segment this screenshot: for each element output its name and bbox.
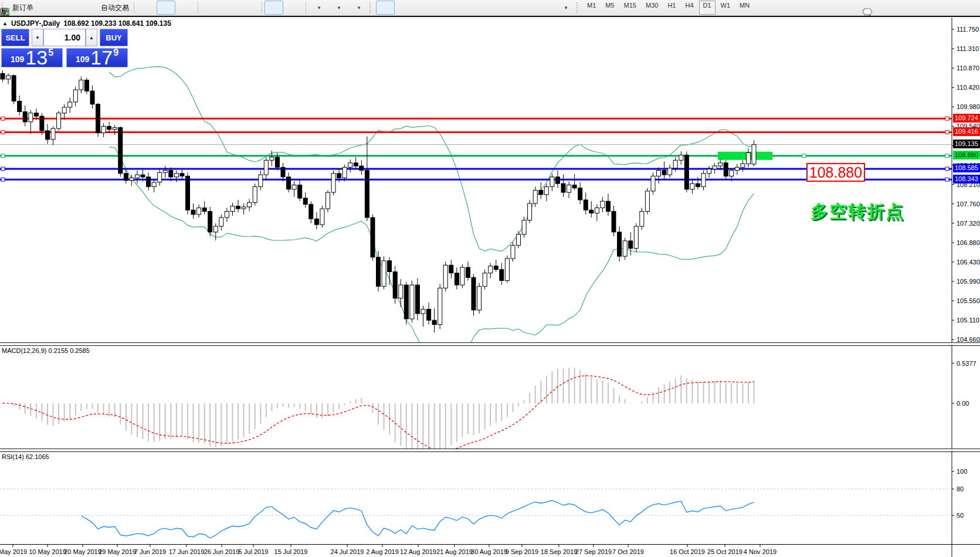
chevron-down-icon: ▼ <box>564 5 568 11</box>
timeframe-m5-button[interactable]: M5 <box>601 1 618 15</box>
chart-annotation-text[interactable]: 多空转折点 <box>811 200 904 224</box>
toolbar-right-icons <box>862 0 867 15</box>
date-tick-label: 26 Jun 2019 <box>204 548 240 555</box>
macd-indicator-label: MACD(12,26,9) 0.2155 0.2585 <box>2 347 90 354</box>
main-toolbar: 新订单自动交易▼▼▼EFAT▼M1M5M15M30H1H4D1W1MN <box>0 0 980 16</box>
rsi-line <box>81 501 754 538</box>
price-line-label: 108.880 <box>953 151 980 159</box>
date-tick-label: 17 Jun 2019 <box>169 548 205 555</box>
timeframe-mn-button[interactable]: MN <box>735 1 754 15</box>
price-tick-label: 106.430 <box>957 259 980 266</box>
price-tick-label: 105.990 <box>957 278 980 285</box>
open-chart-button[interactable] <box>57 1 76 15</box>
price-callout-label[interactable]: 108.880 <box>806 163 865 182</box>
toolbar-separator <box>262 2 262 13</box>
price-line-label: 108.343 <box>953 175 980 184</box>
date-tick-label: 21 Aug 2019 <box>436 548 473 555</box>
autotrading-button[interactable]: 自动交易 <box>97 1 131 15</box>
price-tick-label: 105.550 <box>957 297 980 304</box>
mt4-terminal: 新订单自动交易▼▼▼EFAT▼M1M5M15M30H1H4D1W1MN ▲ US… <box>0 0 980 557</box>
date-tick-label: 5 Jul 2019 <box>239 548 269 555</box>
price-line-label: 109.724 <box>953 114 980 123</box>
tile-windows-button[interactable] <box>240 1 259 15</box>
rsi-tick-label: 50 <box>957 512 964 519</box>
date-tick-label: 20 May 2019 <box>64 548 101 555</box>
text-label-button[interactable]: T <box>535 1 554 15</box>
channel-button[interactable]: E <box>476 1 494 15</box>
chart-shift-button[interactable] <box>284 1 303 15</box>
trendline-button[interactable] <box>456 1 474 15</box>
indicators-button[interactable]: ▼ <box>308 1 327 15</box>
candle-chart-button[interactable] <box>157 1 175 15</box>
price-line-label: 109.135 <box>953 140 980 148</box>
zoom-out-button[interactable] <box>221 1 239 15</box>
templates-button[interactable]: ▼ <box>348 1 367 15</box>
price-tick-label: 111.750 <box>957 26 979 33</box>
crosshair-button[interactable] <box>396 1 415 15</box>
timeframe-m1-button[interactable]: M1 <box>583 1 600 15</box>
macd-tick-label: 0.5377 <box>957 360 976 367</box>
date-tick-label: 16 Oct 2019 <box>670 548 705 555</box>
chevron-down-icon: ▼ <box>337 5 341 11</box>
price-line-label: 108.585 <box>953 164 980 172</box>
vline-button[interactable] <box>416 1 435 15</box>
price-tick-label: 107.760 <box>957 201 980 208</box>
new-order-button[interactable]: 新订单 <box>8 1 36 15</box>
price-tick-label: 111.310 <box>957 45 979 52</box>
chevron-down-icon: ▼ <box>357 5 361 11</box>
date-tick-label: 25 Oct 2019 <box>707 548 742 555</box>
highlight-bar[interactable] <box>718 152 772 160</box>
date-tick-label: 24 Jul 2019 <box>331 548 364 555</box>
price-line-label: 109.416 <box>953 127 980 136</box>
price-tick-label: 109.980 <box>957 103 980 110</box>
toolbar-separator <box>306 2 306 13</box>
zoom-in-button[interactable] <box>201 1 219 15</box>
timeframe-m30-button[interactable]: M30 <box>642 1 662 15</box>
macd-panel-canvas[interactable]: 0.53770.00-0.7823 <box>0 345 980 449</box>
fibonacci-button[interactable]: F <box>496 1 514 15</box>
rsi-indicator-label: RSI(14) 62.1065 <box>2 453 49 460</box>
rsi-tick-label: 80 <box>957 485 964 493</box>
periods-button[interactable]: ▼ <box>328 1 347 15</box>
rsi-panel-canvas[interactable]: 1008050150 <box>0 451 980 544</box>
timeframe-d1-button[interactable]: D1 <box>699 1 715 15</box>
date-tick-label: 15 Jul 2019 <box>274 548 308 555</box>
cursor-button[interactable] <box>376 1 395 15</box>
date-tick-label: May 2019 <box>0 548 27 555</box>
date-tick-label: 18 Sep 2019 <box>541 548 577 555</box>
date-tick-label: 30 Aug 2019 <box>471 548 507 555</box>
timeframe-m15-button[interactable]: M15 <box>620 1 640 15</box>
toolbar-button-label: 新订单 <box>12 3 33 13</box>
bollinger-lower-band[interactable] <box>109 147 754 343</box>
date-tick-label: 7 Jun 2019 <box>134 548 166 555</box>
timeframe-w1-button[interactable]: W1 <box>717 1 735 15</box>
toolbar-separator <box>198 2 198 13</box>
chart-window: ▲ USDJPY-,Daily 108.692 109.233 108.641 … <box>0 16 980 557</box>
date-tick-label: 29 May 2019 <box>99 548 136 555</box>
price-tick-label: 107.320 <box>957 220 980 227</box>
timeframe-h4-button[interactable]: H4 <box>681 1 697 15</box>
macd-tick-label: 0.00 <box>957 400 969 407</box>
date-tick-label: 9 Sep 2019 <box>506 548 538 555</box>
toolbar-button-label: 自动交易 <box>101 3 129 13</box>
text-button[interactable]: A <box>516 1 534 15</box>
time-axis[interactable]: May 201910 May 201920 May 201929 May 201… <box>0 544 980 557</box>
line-chart-button[interactable] <box>177 1 195 15</box>
bollinger-upper-band[interactable] <box>109 67 754 252</box>
timeframe-h1-button[interactable]: H1 <box>663 1 680 15</box>
price-tick-label: 105.110 <box>957 317 979 324</box>
date-tick-label: 27 Sep 2019 <box>575 548 612 555</box>
date-tick-label: 4 Nov 2019 <box>744 548 776 555</box>
bar-chart-button[interactable] <box>137 1 155 15</box>
price-tick-label: 110.420 <box>957 84 979 91</box>
signals-button[interactable] <box>77 1 96 15</box>
auto-scroll-button[interactable] <box>265 1 283 15</box>
arrows-button[interactable]: ▼ <box>555 1 574 15</box>
chevron-down-icon: ▼ <box>317 5 321 11</box>
toolbar-grip[interactable] <box>369 2 374 13</box>
toolbar-grip[interactable] <box>577 2 581 13</box>
date-tick-label: 10 May 2019 <box>29 548 66 555</box>
deposit-button[interactable] <box>37 1 56 15</box>
hline-button[interactable] <box>436 1 455 15</box>
toolbar-separator <box>134 2 134 13</box>
